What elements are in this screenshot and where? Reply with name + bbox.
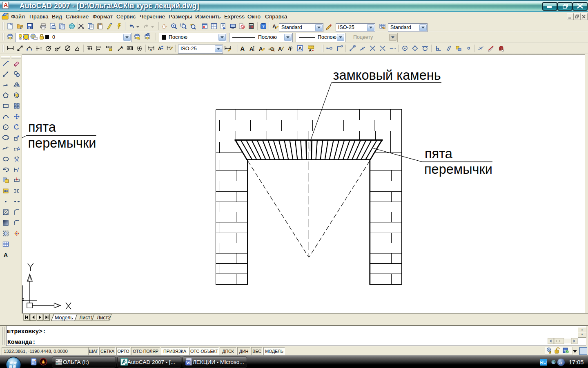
svg-text:a: a — [559, 359, 562, 366]
svg-text:A: A — [249, 46, 254, 52]
svg-text:A: A — [309, 48, 312, 52]
svg-text:перемычки: перемычки — [424, 162, 492, 177]
svg-text:Модель: Модель — [55, 315, 73, 321]
svg-text:A: A — [158, 46, 161, 51]
svg-text:A: A — [4, 251, 8, 258]
svg-text:A: A — [298, 46, 302, 52]
svg-text:A: A — [120, 45, 123, 49]
svg-text:Лист1: Лист1 — [79, 315, 93, 321]
svg-text:перемычки: перемычки — [28, 136, 96, 150]
svg-text:A: A — [278, 46, 282, 52]
svg-text:пята: пята — [28, 120, 56, 135]
svg-text:A: A — [149, 47, 152, 52]
svg-text:Лист2: Лист2 — [97, 315, 111, 321]
svg-text:W: W — [186, 361, 191, 365]
svg-text:замковый камень: замковый камень — [333, 68, 441, 83]
svg-text:A: A — [241, 45, 245, 52]
svg-text:пята: пята — [425, 146, 453, 161]
svg-text:?: ? — [262, 24, 265, 29]
svg-text:!: ! — [550, 351, 550, 354]
